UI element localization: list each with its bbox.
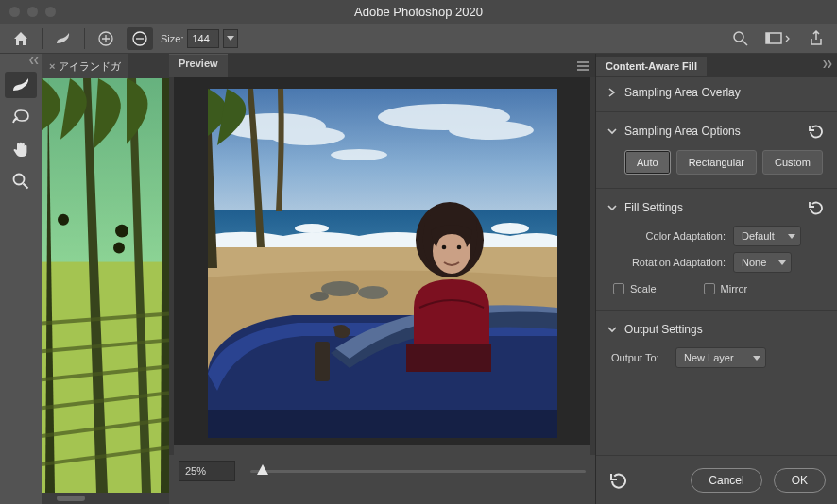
sampling-rectangular-button[interactable]: Rectangular	[676, 150, 757, 175]
chevron-down-icon	[607, 126, 617, 136]
svg-point-29	[441, 245, 446, 250]
svg-point-20	[295, 224, 329, 233]
source-column: × アイランドガ	[42, 54, 169, 504]
title-bar: Adobe Photoshop 2020	[0, 0, 837, 24]
brush-size-dropdown[interactable]	[223, 29, 238, 48]
close-tab-icon[interactable]: ×	[49, 60, 55, 72]
fill-settings-header[interactable]: Fill Settings	[607, 193, 826, 223]
svg-point-30	[456, 245, 461, 250]
svg-point-19	[491, 223, 529, 234]
sampling-custom-button[interactable]: Custom	[762, 150, 823, 175]
svg-rect-4	[766, 33, 770, 43]
home-button[interactable]	[8, 27, 34, 50]
zoom-tool[interactable]	[5, 168, 37, 194]
caf-footer: Cancel OK	[596, 455, 837, 504]
reset-fill-settings-icon[interactable]	[807, 200, 826, 215]
svg-point-24	[310, 292, 329, 301]
svg-rect-31	[406, 344, 491, 372]
minimize-window-icon[interactable]	[27, 7, 38, 17]
document-tab-label: アイランドガ	[59, 59, 121, 74]
svg-point-5	[14, 175, 25, 185]
brush-size-input[interactable]	[187, 29, 219, 48]
rotation-adaptation-dropdown[interactable]: None	[733, 252, 792, 273]
zoom-window-icon[interactable]	[45, 7, 56, 17]
svg-rect-26	[315, 342, 330, 381]
color-adaptation-label: Color Adaptation:	[617, 230, 726, 242]
close-window-icon[interactable]	[9, 7, 20, 17]
svg-point-16	[449, 121, 534, 140]
svg-rect-25	[208, 410, 557, 438]
size-label: Size:	[161, 33, 183, 44]
reset-sampling-options-icon[interactable]	[807, 124, 826, 139]
panel-collapse-icon[interactable]: ❯❯	[822, 59, 831, 68]
screen-mode-icon[interactable]	[761, 27, 795, 50]
output-to-dropdown[interactable]: New Layer	[675, 347, 766, 368]
zoom-slider-knob-icon[interactable]	[256, 463, 269, 477]
content-aware-fill-panel: Content-Aware Fill ❯❯ Sampling Area Over…	[596, 54, 837, 504]
preview-footer	[169, 455, 595, 504]
reset-all-icon[interactable]	[607, 472, 628, 489]
preview-canvas	[208, 89, 557, 438]
hand-tool[interactable]	[5, 136, 37, 162]
svg-rect-8	[42, 78, 169, 493]
preview-tab[interactable]: Preview	[169, 54, 228, 77]
subtract-from-sample-icon[interactable]	[127, 27, 153, 50]
ok-button[interactable]: OK	[774, 468, 826, 493]
sampling-brush-tool[interactable]	[5, 72, 37, 98]
left-toolbar: ❮❮	[0, 54, 42, 504]
output-to-label: Output To:	[611, 352, 668, 363]
divider	[84, 28, 85, 49]
thumbnail-scrollbar[interactable]	[42, 493, 169, 504]
caf-tab[interactable]: Content-Aware Fill	[596, 57, 707, 76]
preview-panel-menu-icon[interactable]	[576, 54, 595, 77]
divider	[42, 28, 43, 49]
rotation-adaptation-label: Rotation Adaptation:	[617, 257, 726, 268]
mirror-checkbox[interactable]: Mirror	[704, 283, 748, 294]
zoom-slider[interactable]	[250, 461, 586, 481]
output-settings-header[interactable]: Output Settings	[607, 314, 826, 344]
svg-point-17	[331, 149, 387, 160]
document-tab[interactable]: × アイランドガ	[42, 54, 128, 78]
preview-canvas-wrap[interactable]	[174, 77, 590, 445]
sampling-auto-button[interactable]: Auto	[624, 150, 671, 175]
share-icon[interactable]	[803, 27, 829, 50]
brush-size-group: Size:	[161, 29, 238, 48]
svg-point-11	[58, 214, 69, 226]
sampling-area-overlay-header[interactable]: Sampling Area Overlay	[607, 77, 826, 108]
dock-chevrons-icon[interactable]: ❮❮	[28, 56, 38, 64]
cancel-button[interactable]: Cancel	[691, 468, 761, 493]
options-bar: Size:	[0, 24, 837, 54]
brush-preset-icon[interactable]	[50, 27, 77, 50]
svg-point-9	[115, 225, 128, 238]
chevron-down-icon	[607, 203, 617, 212]
svg-point-10	[113, 243, 125, 254]
chevron-right-icon	[607, 88, 617, 97]
traffic-lights	[9, 7, 56, 17]
scale-checkbox[interactable]: Scale	[613, 283, 657, 294]
app-title: Adobe Photoshop 2020	[0, 5, 837, 19]
color-adaptation-dropdown[interactable]: Default	[733, 226, 801, 246]
lasso-tool[interactable]	[5, 104, 37, 130]
zoom-input[interactable]	[179, 461, 235, 481]
preview-pane: Preview	[169, 54, 596, 504]
svg-point-23	[358, 286, 388, 299]
sampling-area-options-header[interactable]: Sampling Area Options	[607, 116, 826, 146]
svg-point-2	[734, 32, 743, 42]
source-thumbnail[interactable]	[42, 78, 169, 493]
chevron-down-icon	[607, 325, 617, 334]
search-icon[interactable]	[727, 27, 754, 50]
add-to-sample-icon[interactable]	[93, 27, 119, 50]
